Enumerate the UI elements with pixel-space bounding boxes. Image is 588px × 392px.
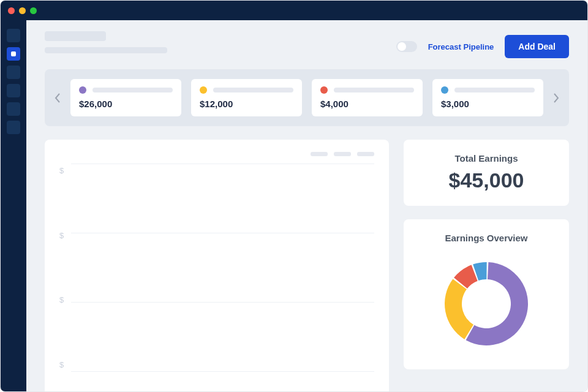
kpi-card[interactable]: $26,000 (70, 79, 181, 116)
kpi-label-placeholder (334, 88, 414, 92)
carousel-next-button[interactable] (549, 92, 563, 104)
total-earnings-title: Total Earnings (417, 153, 556, 164)
close-icon[interactable] (8, 7, 15, 14)
main-content: Forecast Pipeline Add Deal $26,000$12,00… (26, 20, 587, 392)
kpi-label-placeholder (213, 88, 293, 92)
earnings-overview-panel: Earnings Overview (404, 219, 569, 369)
earnings-overview-title: Earnings Overview (417, 233, 556, 243)
sidebar-nav (1, 20, 26, 392)
total-earnings-value: $45,000 (417, 168, 556, 192)
kpi-color-dot (320, 86, 328, 94)
forecast-toggle[interactable] (396, 41, 417, 52)
sidebar-item-1[interactable] (7, 29, 20, 42)
sidebar-item-4[interactable] (7, 84, 20, 97)
kpi-value: $4,000 (320, 99, 414, 109)
kpi-value: $26,000 (79, 99, 173, 109)
add-deal-button[interactable]: Add Deal (505, 35, 569, 58)
kpi-color-dot (441, 86, 448, 94)
kpi-label-placeholder (92, 88, 173, 92)
sidebar-item-3[interactable] (7, 66, 20, 79)
kpi-color-dot (79, 86, 86, 94)
sidebar-item-deals[interactable] (7, 47, 20, 61)
kpi-value: $3,000 (441, 99, 535, 109)
kpi-value: $12,000 (200, 99, 293, 109)
kpi-color-dot (200, 86, 207, 94)
sidebar-item-6[interactable] (7, 121, 20, 134)
maximize-icon[interactable] (30, 7, 37, 14)
kpi-label-placeholder (454, 88, 535, 92)
sidebar-item-5[interactable] (7, 102, 20, 116)
earnings-bar-chart: $$$$ (45, 140, 389, 392)
earnings-donut-chart (434, 252, 538, 356)
kpi-carousel: $26,000$12,000$4,000$3,000 (45, 69, 569, 126)
kpi-card[interactable]: $3,000 (432, 79, 543, 116)
forecast-toggle-label: Forecast Pipeline (428, 42, 494, 51)
window-titlebar (1, 1, 587, 20)
page-title (45, 31, 167, 53)
chart-legend (59, 152, 374, 156)
total-earnings-panel: Total Earnings $45,000 (404, 140, 569, 206)
kpi-card[interactable]: $12,000 (191, 79, 302, 116)
kpi-card[interactable]: $4,000 (312, 79, 423, 116)
chart-y-axis: $$$$ (59, 164, 71, 372)
minimize-icon[interactable] (19, 7, 26, 14)
carousel-prev-button[interactable] (51, 92, 64, 104)
